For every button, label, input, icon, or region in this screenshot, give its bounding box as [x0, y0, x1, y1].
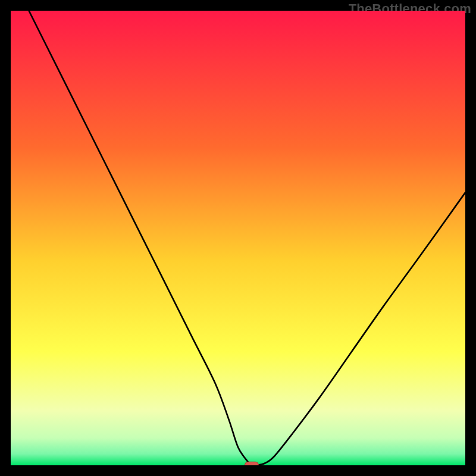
- optimal-point-marker: [245, 462, 258, 465]
- chart-container: TheBottleneck.com: [0, 0, 476, 476]
- chart-plot: [11, 11, 465, 465]
- gradient-background: [11, 11, 465, 465]
